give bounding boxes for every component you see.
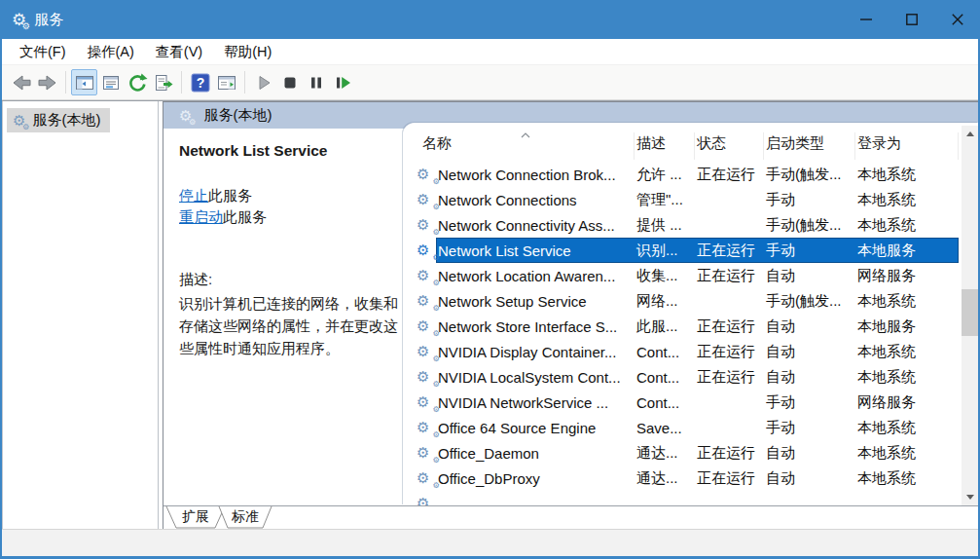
service-logon-as-cell: 本地服务	[855, 242, 978, 260]
service-logon-as-cell: 网络服务	[855, 267, 978, 285]
start-service-button[interactable]	[250, 69, 276, 95]
scroll-down-button[interactable]	[962, 489, 978, 505]
pause-service-button[interactable]	[303, 69, 329, 95]
service-startup-type-cell: 自动	[764, 267, 855, 285]
tab-extended[interactable]: 扩展	[165, 506, 226, 529]
service-name-cell: NVIDIA NetworkService ...	[436, 394, 635, 411]
service-row[interactable]: Network Store Interface S...此服...正在运行自动本…	[403, 314, 978, 339]
service-row[interactable]: NVIDIA NetworkService ...Cont...手动网络服务	[403, 390, 978, 415]
service-startup-type-cell: 自动	[764, 444, 855, 463]
console-tree-panel: 服务(本地)	[2, 101, 159, 530]
menu-help[interactable]: 帮助(H)	[214, 39, 281, 65]
service-row[interactable]: Office 64 Source EngineSave...手动本地系统	[403, 415, 978, 440]
tab-standard-label: 标准	[218, 508, 272, 526]
service-row[interactable]: Network List Service识别...正在运行手动本地服务	[403, 238, 978, 263]
service-row-partial[interactable]	[403, 491, 978, 505]
service-logon-as-cell: 本地系统	[855, 292, 978, 311]
pane-header-label: 服务(本地)	[203, 106, 272, 125]
service-row[interactable]: Network Connections管理"...手动本地系统	[403, 187, 978, 212]
tree-item-label: 服务(本地)	[32, 111, 100, 130]
column-header-logon-as[interactable]: 登录为	[855, 132, 959, 160]
service-row[interactable]: Office_DbProxy通达...正在运行自动本地系统	[403, 466, 978, 491]
service-gear-icon	[417, 496, 436, 505]
refresh-button[interactable]	[124, 69, 150, 95]
forward-button[interactable]	[34, 69, 60, 95]
back-button[interactable]	[8, 69, 34, 95]
service-gear-icon	[417, 445, 436, 461]
close-button[interactable]	[934, 0, 980, 39]
service-startup-type-cell: 自动	[764, 317, 855, 336]
service-name-cell: Network Connection Brok...	[436, 167, 635, 183]
service-logon-as-cell: 本地系统	[855, 419, 978, 437]
menu-view[interactable]: 查看(V)	[146, 39, 212, 65]
services-app-icon	[12, 12, 26, 28]
service-row[interactable]: Network Connectivity Ass...提供 ...手动(触发..…	[403, 212, 978, 238]
service-logon-as-cell: 本地系统	[855, 469, 978, 488]
restart-service-line: 重启动此服务	[179, 206, 389, 228]
service-status-cell: 正在运行	[695, 343, 764, 361]
service-description-cell: 通达...	[635, 444, 695, 463]
tab-standard[interactable]: 标准	[218, 506, 272, 529]
service-row[interactable]: Network Location Awaren...收集...正在运行自动网络服…	[403, 263, 978, 288]
service-description-cell: Cont...	[635, 369, 695, 386]
service-gear-icon	[417, 369, 436, 385]
service-description-cell: Save...	[635, 420, 695, 436]
minimize-button[interactable]	[843, 0, 889, 39]
service-gear-icon	[417, 318, 436, 334]
service-description-cell: 允许 ...	[635, 166, 695, 184]
help-button[interactable]: ?	[187, 69, 213, 95]
services-window: 服务 文件(F) 操作(A) 查看(V) 帮助(H)	[0, 0, 980, 559]
service-name-cell: Network Connections	[436, 192, 635, 208]
column-header-status[interactable]: 状态	[695, 132, 764, 160]
toolbar-separator	[65, 71, 66, 93]
stop-service-button[interactable]	[276, 69, 303, 95]
service-startup-type-cell: 自动	[764, 469, 855, 488]
service-description-cell: 提供 ...	[635, 216, 695, 235]
service-description-cell: 收集...	[635, 267, 695, 285]
service-name-cell: Network Location Awaren...	[436, 268, 635, 284]
services-table-header: 名称 描述 状态 启动类型 登录为	[403, 123, 959, 160]
description-label: 描述:	[179, 271, 389, 289]
service-name-cell: NVIDIA Display Container...	[436, 344, 635, 360]
service-description-cell: 此服...	[635, 317, 695, 336]
service-row[interactable]: Office_Daemon通达...正在运行自动本地系统	[403, 440, 978, 466]
service-startup-type-cell: 手动	[764, 393, 855, 412]
service-logon-as-cell: 本地系统	[855, 191, 978, 209]
export-list-button[interactable]	[150, 69, 176, 95]
stop-service-line: 停止此服务	[179, 185, 389, 206]
menu-action[interactable]: 操作(A)	[78, 39, 144, 65]
service-logon-as-cell: 本地系统	[855, 343, 978, 361]
service-row[interactable]: Network Setup Service网络...手动(触发...本地系统	[403, 288, 978, 314]
service-description-cell: Cont...	[635, 394, 695, 411]
service-name-cell: Network Setup Service	[436, 293, 635, 310]
stop-service-suffix: 此服务	[208, 187, 252, 204]
service-logon-as-cell: 本地系统	[855, 216, 978, 235]
scroll-up-button[interactable]	[962, 126, 978, 142]
tree-item-services-local[interactable]: 服务(本地)	[7, 108, 110, 132]
service-description-cell: Cont...	[635, 344, 695, 360]
status-bar	[2, 529, 978, 556]
column-header-description[interactable]: 描述	[635, 132, 695, 160]
service-gear-icon	[417, 192, 436, 207]
view-tabs-strip: 扩展 标准	[163, 505, 978, 530]
restart-service-button[interactable]	[329, 69, 355, 95]
service-status-cell: 正在运行	[695, 368, 764, 387]
column-header-startup-type[interactable]: 启动类型	[764, 132, 855, 160]
service-logon-as-cell: 本地系统	[855, 444, 978, 463]
show-console-tree-button[interactable]	[71, 69, 97, 95]
properties-button[interactable]	[97, 69, 124, 95]
show-action-pane-button[interactable]	[213, 69, 239, 95]
service-row[interactable]: Network Connection Brok...允许 ...正在运行手动(触…	[403, 162, 978, 187]
stop-service-link[interactable]: 停止	[179, 187, 208, 204]
service-gear-icon	[417, 268, 436, 283]
service-row[interactable]: NVIDIA Display Container...Cont...正在运行自动…	[403, 339, 978, 364]
menu-file[interactable]: 文件(F)	[10, 39, 76, 65]
toolbar-separator	[181, 71, 182, 93]
service-row[interactable]: NVIDIA LocalSystem Cont...Cont...正在运行自动本…	[403, 364, 978, 390]
maximize-button[interactable]	[889, 0, 934, 39]
service-startup-type-cell: 手动	[764, 419, 855, 437]
restart-service-link[interactable]: 重启动	[179, 208, 223, 225]
service-gear-icon	[417, 420, 436, 435]
toolbar-separator	[244, 71, 245, 93]
services-gear-icon	[13, 113, 25, 129]
